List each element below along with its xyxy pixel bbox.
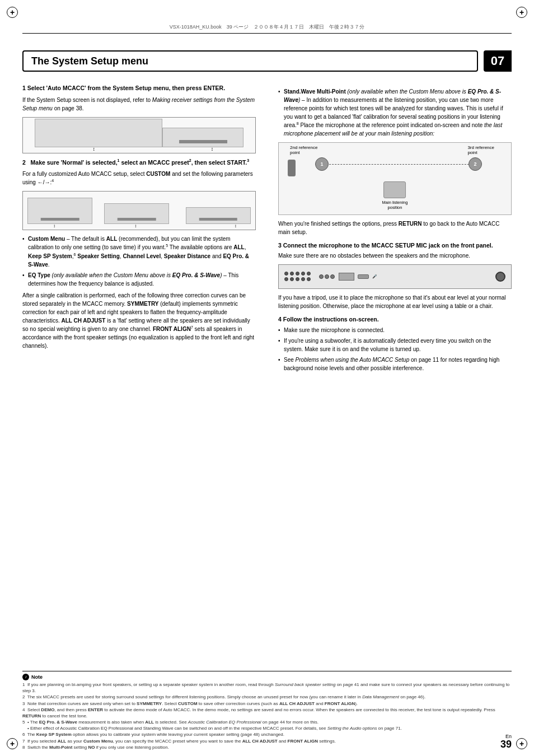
left-column: 1 Select 'Auto MCACC' from the System Se… — [22, 84, 261, 700]
corner-mark-tl — [7, 7, 18, 18]
fp-btn-2 — [325, 274, 329, 279]
fp-dot-3 — [296, 272, 299, 276]
note-5: 5 • The EQ Pro. & S-Wave measurement is … — [22, 719, 512, 731]
fp-dot-8 — [296, 277, 299, 281]
chapter-badge: 07 — [484, 50, 512, 72]
bullet-standwave: Stand.Wave Multi-Point (only available w… — [278, 87, 512, 138]
bullet-custom-menu: Custom Menu – The default is ALL (recomm… — [22, 235, 256, 269]
screen-left-panel — [35, 119, 162, 147]
fp-power-btn — [495, 272, 505, 282]
note-1: 1 If you are planning on bi-amping your … — [22, 682, 512, 694]
step4-bullet-1: Make sure the microphone is connected. — [278, 326, 512, 334]
screen-mockup-1: ↕ ↕ — [22, 117, 256, 153]
footer-notes: ♪ Note 1 If you are planning on bi-ampin… — [22, 671, 512, 750]
ref2-label: 2nd referencepoint — [290, 145, 317, 155]
corner-mark-bl — [7, 738, 18, 749]
screen-panel-3 — [186, 207, 251, 225]
arrow2: ↕ — [134, 223, 137, 228]
note-7: 7 If you selected ALL as your Custom Men… — [22, 738, 512, 744]
step2-text: For a fully customized Auto MCACC setup,… — [22, 170, 256, 186]
screen-right-panel — [162, 128, 243, 147]
chair-icon — [383, 181, 406, 198]
listening-diagram: 2nd referencepoint 3rd referencepoint 1 … — [278, 142, 512, 215]
fp-dot-6 — [284, 277, 288, 281]
fp-control-buttons — [319, 274, 335, 279]
note-8: 8 Switch the Multi-Point setting NO if y… — [22, 744, 512, 750]
step4-bullet-2: If you're using a subwoofer, it is autom… — [278, 337, 512, 353]
step4-heading: 4 Follow the instructions on-screen. — [278, 316, 512, 323]
page-number: 39 — [500, 739, 512, 750]
note-3: 3 Note that correction curves are saved … — [22, 701, 512, 707]
diagram-dashed-line — [318, 164, 477, 165]
fp-dot-5 — [307, 272, 311, 276]
ref3-label: 3rd referencepoint — [467, 145, 494, 155]
fp-speaker-dots — [284, 272, 311, 282]
standwave-bullet-list: Stand.Wave Multi-Point (only available w… — [278, 87, 512, 138]
front-panel-mockup: 🎤 — [278, 264, 512, 289]
right-column: Stand.Wave Multi-Point (only available w… — [273, 84, 512, 700]
fp-display — [339, 273, 354, 281]
step3-text1: Make sure there are no obstacles between… — [278, 251, 512, 260]
arrow-right: ↕ — [211, 146, 214, 152]
step1-text: If the System Setup screen is not displa… — [22, 96, 256, 113]
screen-panel-2 — [104, 203, 169, 224]
fp-mic-icon: 🎤 — [372, 274, 377, 279]
ref-point-2: 2 — [469, 157, 482, 171]
fp-btn-3 — [330, 274, 335, 279]
note-4: 4 Select DEMO, and then press ENTER to a… — [22, 707, 512, 719]
step4-bullets: Make sure the microphone is connected. I… — [278, 326, 512, 372]
fp-dot-9 — [301, 277, 305, 281]
page-title: The System Setup menu — [31, 55, 148, 67]
fp-dot-4 — [301, 272, 305, 276]
note-header: ♪ Note — [22, 674, 512, 680]
bullet-eq-type: EQ Type (only available when the Custom … — [22, 271, 256, 288]
file-info: VSX-1018AH_KU.book 39 ページ ２００８年４月１７日 木曜日… — [22, 24, 512, 31]
step2-heading: 2 Make sure 'Normal' is selected,1 selec… — [22, 158, 256, 166]
bullet-list: Custom Menu – The default is ALL (recomm… — [22, 235, 256, 288]
step4-bullet-3: See Problems when using the Auto MCACC S… — [278, 356, 512, 372]
note-2: 2 The six MCACC presets are used for sto… — [22, 694, 512, 700]
title-box: The System Setup menu — [22, 50, 478, 72]
step3-text2: If you have a tripod, use it to place th… — [278, 293, 512, 310]
arrow1: ↕ — [53, 223, 55, 228]
main-listening-label: Main listeningposition — [382, 200, 408, 210]
return-text: When you're finished settings the option… — [278, 220, 512, 236]
arrow-left: ↕ — [93, 146, 96, 152]
step1-heading: 1 Select 'Auto MCACC' from the System Se… — [22, 84, 256, 92]
fp-dot-1 — [284, 272, 288, 276]
screen-mockup-2: ↕ ↕ ↕ — [22, 191, 256, 230]
arrow3: ↕ — [235, 223, 237, 228]
speaker-left — [288, 160, 296, 176]
main-listening-area: Main listeningposition — [382, 181, 408, 210]
screen-panel-1 — [27, 198, 92, 225]
corner-mark-br — [516, 738, 527, 749]
note-6: 6 The Keep SP System option allows you t… — [22, 731, 512, 738]
header-bar: VSX-1018AH_KU.book 39 ページ ２００８年４月１７日 木曜日… — [22, 22, 512, 34]
corner-mark-tr — [516, 7, 527, 18]
main-content: 1 Select 'Auto MCACC' from the System Se… — [22, 84, 512, 700]
note-icon: ♪ — [22, 674, 29, 680]
fp-dot-2 — [290, 272, 294, 276]
fp-btn-1 — [319, 274, 324, 279]
fp-slot — [358, 274, 369, 279]
fp-dot-7 — [290, 277, 294, 281]
body-text: After a single calibration is performed,… — [22, 291, 256, 350]
step3-heading: 3 Connect the microphone to the MCACC SE… — [278, 242, 512, 249]
ref-point-1: 1 — [315, 157, 329, 171]
note-label: Note — [31, 674, 43, 680]
fp-dot-10 — [307, 277, 311, 281]
